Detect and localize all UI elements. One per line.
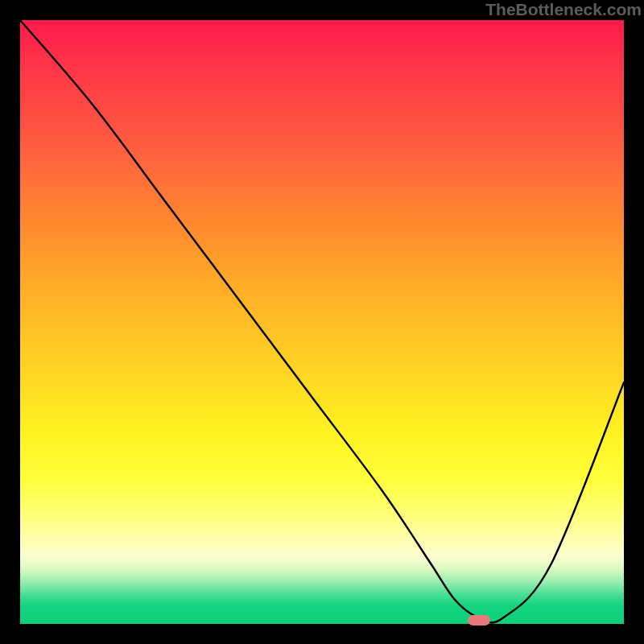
watermark-text: TheBottleneck.com <box>485 0 642 19</box>
optimal-marker <box>468 615 490 625</box>
bottleneck-curve <box>20 20 624 624</box>
curve-path <box>20 20 624 622</box>
